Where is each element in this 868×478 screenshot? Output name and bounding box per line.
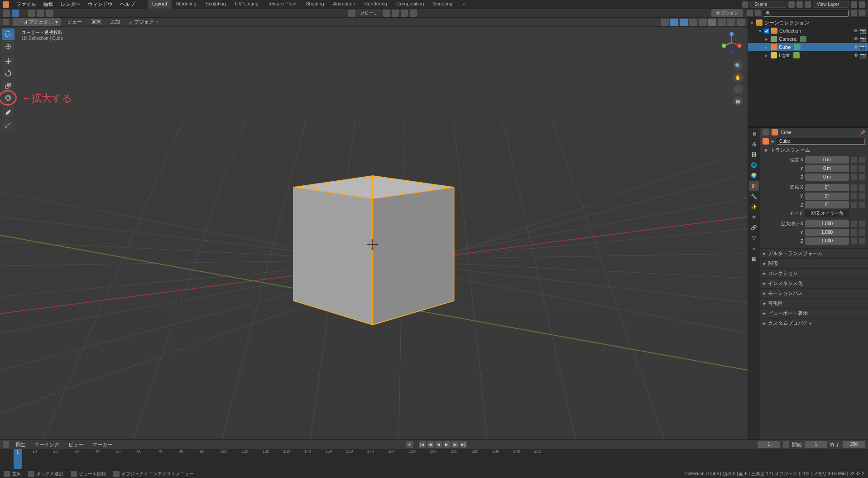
tl-menu-marker[interactable]: マーカー <box>90 440 115 449</box>
viewlayer-field[interactable]: View Layer <box>813 1 849 8</box>
shading-material-icon[interactable] <box>718 19 726 26</box>
play-reverse-icon[interactable]: ◀ <box>435 441 442 448</box>
tree-row-light[interactable]: ▸ Light 👁📷 <box>748 51 868 59</box>
lock-icon[interactable] <box>851 202 857 208</box>
keyframe-prev-icon[interactable]: ◀| <box>427 441 434 448</box>
jump-end-icon[interactable]: ▶| <box>460 441 467 448</box>
tool-annotate[interactable] <box>2 106 14 118</box>
keyframe-dot[interactable] <box>859 221 865 227</box>
tl-menu-view[interactable]: ビュー <box>66 440 86 449</box>
prop-tab-constraints[interactable]: 🔗 <box>749 222 759 232</box>
end-frame-field[interactable]: 250 <box>843 441 865 448</box>
scale-y-field[interactable]: 1.000 <box>805 229 849 236</box>
panel-motionpaths-header[interactable]: ▸モーションパス <box>760 289 868 298</box>
menu-render[interactable]: レンダー <box>57 0 84 9</box>
tab-layout[interactable]: Layout <box>148 0 172 9</box>
new-scene-icon[interactable] <box>788 1 795 8</box>
rotation-mode-dropdown[interactable]: XYZ オイラー角 <box>805 210 849 217</box>
xray-icon[interactable] <box>689 19 697 26</box>
keyframe-dot[interactable] <box>859 184 865 191</box>
shading-rendered-icon[interactable] <box>727 19 735 26</box>
panel-relations-header[interactable]: ▸関係 <box>760 259 868 268</box>
tl-menu-playback[interactable]: 再生 <box>13 440 28 449</box>
keyframe-dot[interactable] <box>859 193 865 199</box>
current-frame-field[interactable]: 1 <box>758 441 780 448</box>
proportional-icon[interactable] <box>401 10 408 17</box>
prop-tab-data[interactable]: ▽ <box>749 233 759 243</box>
prop-tab-physics[interactable]: ⚛ <box>749 212 759 222</box>
keyframe-dot[interactable] <box>859 174 865 180</box>
nav-camera-icon[interactable]: 🎥 <box>733 84 743 94</box>
tl-menu-keying[interactable]: キーイング <box>32 440 62 449</box>
tab-add[interactable]: ＋ <box>457 0 471 9</box>
tree-row-cube[interactable]: ▸ Cube 👁📷 <box>748 43 868 51</box>
lock-icon[interactable] <box>851 174 857 180</box>
outliner-new-collection-icon[interactable] <box>859 10 865 16</box>
tab-rendering[interactable]: Rendering <box>360 0 392 9</box>
prop-tab-scene[interactable]: 🌐 <box>749 160 759 170</box>
menu-edit[interactable]: 編集 <box>40 0 57 9</box>
outliner-tree[interactable]: ▾ シーンコレクション ▾ Collection 👁📷 ▸ Camera <box>748 18 868 126</box>
location-y-field[interactable]: 0 m <box>805 165 849 172</box>
eye-icon[interactable]: 👁 <box>853 28 859 34</box>
tree-row-collection[interactable]: ▾ Collection 👁📷 <box>748 27 868 35</box>
tool-move[interactable] <box>2 55 14 67</box>
nav-gizmo[interactable]: Z X Y <box>720 31 743 54</box>
panel-custom-header[interactable]: ▸カスタムプロパティ <box>760 319 868 328</box>
3d-viewport[interactable]: ユーザー・透視投影 (1) Collection | Cube ←拡大する <box>0 27 748 439</box>
tool-cursor[interactable] <box>2 41 14 53</box>
selectability-icon[interactable] <box>661 19 669 26</box>
panel-collection-header[interactable]: ▸コレクション <box>760 269 868 278</box>
nav-persp-icon[interactable]: ▦ <box>733 96 743 106</box>
render-icon[interactable]: 📷 <box>860 28 866 34</box>
prop-editor-icon[interactable] <box>762 129 769 135</box>
tool-select-box[interactable] <box>2 29 14 40</box>
menu-window[interactable]: ウィンドウ <box>84 0 116 9</box>
outliner-mode-icon[interactable] <box>755 10 761 16</box>
del-viewlayer-icon[interactable] <box>859 1 865 8</box>
lock-icon[interactable] <box>851 165 857 172</box>
render-icon[interactable]: 📷 <box>860 36 866 42</box>
prop-tab-object[interactable]: ◧ <box>749 181 759 191</box>
location-z-field[interactable]: 0 m <box>805 174 849 181</box>
tab-shading[interactable]: Shading <box>301 0 328 9</box>
outliner-editor-icon[interactable] <box>747 10 753 16</box>
gizmo-icon[interactable] <box>670 19 678 26</box>
prop-tab-viewlayer[interactable]: 🖼 <box>749 150 759 159</box>
tool-measure[interactable] <box>2 119 14 130</box>
shading-solid-icon[interactable] <box>708 19 716 26</box>
select-box-icon[interactable] <box>12 10 19 17</box>
tab-texturepaint[interactable]: Texture Paint <box>263 0 301 9</box>
pin-icon[interactable]: 📌 <box>860 130 865 135</box>
tree-row-scene-collection[interactable]: ▾ シーンコレクション <box>748 19 868 27</box>
tool-rotate[interactable] <box>2 68 14 79</box>
rotation-z-field[interactable]: 0° <box>805 201 849 208</box>
del-scene-icon[interactable] <box>796 1 803 8</box>
cursor-tool-icon[interactable] <box>3 10 10 17</box>
scale-z-field[interactable]: 1.000 <box>805 237 849 245</box>
prop-tab-modifiers[interactable]: 🔧 <box>749 191 759 201</box>
outliner-filter-icon[interactable] <box>851 10 857 16</box>
panel-delta-header[interactable]: ▸デルタトランスフォーム <box>760 249 868 258</box>
tab-modeling[interactable]: Modeling <box>172 0 201 9</box>
panel-transform-header[interactable]: ▼トランスフォーム <box>760 145 868 155</box>
prop-tab-world[interactable]: 🌍 <box>749 170 759 180</box>
vp-menu-add[interactable]: 追加 <box>107 18 123 26</box>
keyframe-dot[interactable] <box>859 238 865 244</box>
keyframe-dot[interactable] <box>859 165 865 172</box>
nav-pan-icon[interactable]: ✋ <box>733 72 743 82</box>
location-x-field[interactable]: 0 m <box>805 156 849 164</box>
prop-tab-particles[interactable]: ✨ <box>749 202 759 212</box>
scene-field[interactable]: Scene <box>750 1 786 8</box>
orientation-dropdown[interactable]: グロー… <box>357 10 381 17</box>
prop-tab-output[interactable]: 🖨 <box>749 139 759 149</box>
render-icon[interactable]: 📷 <box>860 44 866 50</box>
proportional-type-icon[interactable] <box>410 10 417 17</box>
jump-start-icon[interactable]: |◀ <box>419 441 426 448</box>
rotation-x-field[interactable]: 0° <box>805 184 849 191</box>
tab-scripting[interactable]: Scripting <box>428 0 457 9</box>
lock-icon[interactable] <box>851 157 857 163</box>
pivot-icon[interactable] <box>383 10 390 17</box>
prop-tab-render[interactable]: 🖥 <box>749 129 759 139</box>
timeline-ruler[interactable]: 1 10203040506070809010011012013014015016… <box>0 449 868 469</box>
